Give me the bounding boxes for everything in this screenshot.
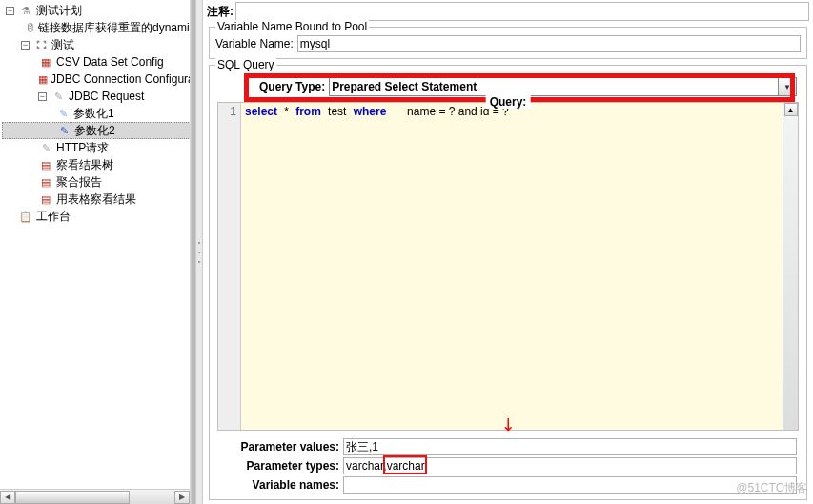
notes-input[interactable] bbox=[235, 2, 809, 21]
query-type-row: Query Type: Prepared Select Statement bbox=[215, 77, 801, 96]
tree-workbench-label: 工作台 bbox=[36, 209, 71, 225]
query-box-title: Query: bbox=[486, 95, 531, 109]
query-editor-group: Query: 1 select * from test where name =… bbox=[217, 102, 799, 431]
tree-db-config[interactable]: 🛢 链接数据库获得重置的dynamic bbox=[2, 19, 193, 36]
tree-aggregate[interactable]: ▤ 聚合报告 bbox=[2, 173, 193, 191]
tree-root-label: 测试计划 bbox=[36, 3, 82, 19]
tree-jdbc-req[interactable]: − ✎ JDBC Request bbox=[2, 88, 193, 105]
tree-panel: − ⚗ 测试计划 🛢 链接数据库获得重置的dynamic − ⛚ 测试 ▦ CS… bbox=[0, 0, 195, 504]
scroll-left-button[interactable]: ◀ bbox=[0, 491, 15, 504]
tree-results-tree[interactable]: ▤ 察看结果树 bbox=[2, 156, 193, 173]
sql-query-group: SQL Query Query Type: Prepared Select St… bbox=[209, 65, 807, 500]
tree-jdbc-conn[interactable]: ▦ JDBC Connection Configurat bbox=[2, 71, 193, 88]
toggle-spacer bbox=[6, 212, 14, 221]
toggle-icon[interactable]: − bbox=[6, 7, 14, 15]
flask-icon: ⚗ bbox=[18, 3, 33, 18]
tree-param1[interactable]: ✎ 参数化1 bbox=[2, 105, 193, 122]
database-icon: 🛢 bbox=[25, 20, 35, 35]
query-type-value: Prepared Select Statement bbox=[332, 80, 477, 93]
query-type-select[interactable]: Prepared Select Statement bbox=[329, 77, 779, 96]
line-gutter: 1 bbox=[218, 103, 241, 430]
right-panel: 注释: Variable Name Bound to Pool Variable… bbox=[203, 0, 813, 504]
csv-icon: ▦ bbox=[38, 54, 53, 70]
var-pool-group: Variable Name Bound to Pool Variable Nam… bbox=[209, 27, 807, 59]
param-icon: ✎ bbox=[55, 106, 71, 121]
jdbc-icon: ▦ bbox=[38, 71, 48, 87]
tree-thread[interactable]: − ⛚ 测试 bbox=[2, 36, 193, 53]
watermark: @51CTO博客 bbox=[736, 480, 807, 496]
query-type-dropdown-button[interactable] bbox=[778, 77, 797, 96]
notes-label: 注释: bbox=[207, 4, 234, 20]
scroll-track[interactable] bbox=[15, 491, 174, 504]
aggregate-icon: ▤ bbox=[38, 174, 53, 190]
tree-table-results[interactable]: ▤ 用表格察看结果 bbox=[2, 191, 193, 208]
tree-h-scrollbar[interactable]: ◀ ▶ bbox=[0, 489, 190, 504]
editor-v-scrollbar[interactable]: ▲ bbox=[783, 103, 798, 430]
param-values-label: Parameter values: bbox=[219, 440, 343, 454]
toggle-icon[interactable]: − bbox=[38, 92, 47, 101]
split-divider[interactable] bbox=[195, 0, 203, 504]
tree-root[interactable]: − ⚗ 测试计划 bbox=[2, 2, 193, 19]
tree-thread-label: 测试 bbox=[51, 37, 74, 53]
scroll-up-button[interactable]: ▲ bbox=[784, 103, 798, 116]
tree-item-label: 察看结果树 bbox=[56, 157, 113, 173]
scroll-right-button[interactable]: ▶ bbox=[174, 491, 190, 504]
var-name-input[interactable] bbox=[297, 35, 801, 52]
tree-item-label: 参数化2 bbox=[74, 123, 115, 139]
table-icon: ▤ bbox=[38, 192, 53, 207]
workbench-icon: 📋 bbox=[18, 209, 33, 224]
thread-icon: ⛚ bbox=[33, 37, 49, 52]
tree-workbench[interactable]: 📋 工作台 bbox=[2, 208, 193, 225]
http-icon: ✎ bbox=[38, 140, 53, 155]
tree-param2-selected[interactable]: ✎ 参数化2 bbox=[2, 122, 193, 139]
toggle-icon[interactable]: − bbox=[21, 41, 30, 50]
param-types-input[interactable] bbox=[343, 457, 797, 474]
tree-item-label: JDBC Connection Configurat bbox=[51, 72, 195, 86]
param-icon: ✎ bbox=[56, 123, 71, 138]
sql-group-title: SQL Query bbox=[215, 58, 276, 71]
tree: − ⚗ 测试计划 🛢 链接数据库获得重置的dynamic − ⛚ 测试 ▦ CS… bbox=[0, 0, 193, 225]
results-tree-icon: ▤ bbox=[38, 157, 53, 172]
sql-code[interactable]: select * from test where name = ? and id… bbox=[241, 103, 783, 430]
scroll-thumb[interactable] bbox=[15, 491, 130, 504]
tree-item-label: 聚合报告 bbox=[56, 174, 102, 191]
param-types-label: Parameter types: bbox=[219, 459, 343, 473]
tree-item-label: CSV Data Set Config bbox=[56, 55, 164, 69]
tree-csv[interactable]: ▦ CSV Data Set Config bbox=[2, 53, 193, 71]
tree-item-label: JDBC Request bbox=[69, 90, 144, 103]
param-values-input[interactable] bbox=[343, 438, 797, 455]
query-type-label: Query Type: bbox=[259, 80, 329, 93]
tree-item-label: 参数化1 bbox=[73, 106, 114, 122]
request-icon: ✎ bbox=[51, 89, 66, 104]
tree-item-label: HTTP请求 bbox=[56, 140, 109, 156]
tree-db-label: 链接数据库获得重置的dynamic bbox=[38, 20, 195, 36]
var-pool-title: Variable Name Bound to Pool bbox=[215, 20, 369, 33]
sql-editor[interactable]: 1 select * from test where name = ? and … bbox=[218, 103, 798, 430]
tree-http[interactable]: ✎ HTTP请求 bbox=[2, 139, 193, 156]
var-name-label: Variable Name: bbox=[215, 37, 297, 50]
var-names-label: Variable names: bbox=[219, 478, 343, 492]
var-names-input[interactable] bbox=[343, 476, 797, 494]
tree-item-label: 用表格察看结果 bbox=[56, 192, 136, 208]
